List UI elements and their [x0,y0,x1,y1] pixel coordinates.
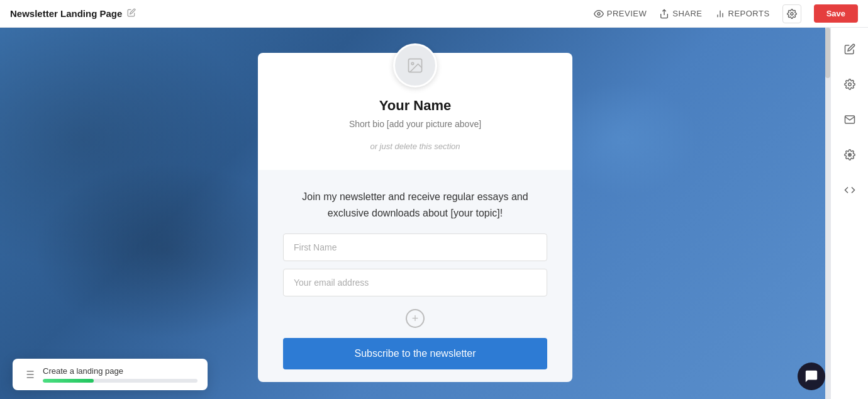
card-container: Your Name Short bio [add your picture ab… [258,53,572,382]
svg-point-10 [849,154,850,155]
canvas-area: Your Name Short bio [add your picture ab… [0,28,830,399]
sidebar-settings-icon[interactable] [838,73,861,96]
page-title: Newsletter Landing Page [10,8,122,19]
progress-content: Create a landing page [43,366,198,383]
svg-point-7 [411,62,414,65]
progress-bar-track [43,379,198,383]
right-sidebar [830,28,868,399]
sidebar-advanced-settings-icon[interactable] [838,143,861,166]
progress-list-icon [23,368,35,381]
sidebar-edit-icon[interactable] [838,38,861,60]
profile-card: Your Name Short bio [add your picture ab… [258,53,572,170]
progress-bar-fill [43,379,94,383]
edit-title-icon[interactable] [127,8,136,19]
chat-button[interactable] [798,362,825,390]
reports-button[interactable]: REPORTS [715,9,770,19]
profile-name: Your Name [283,98,547,114]
top-navbar: Newsletter Landing Page PREVIEW SHARE [0,0,868,28]
newsletter-description: Join my newsletter and receive regular e… [283,189,547,221]
subscribe-button[interactable]: Subscribe to the newsletter [283,338,547,369]
scroll-indicator [825,28,830,399]
navbar-right: PREVIEW SHARE REPORTS Save [594,4,858,23]
delete-note: or just delete this section [283,142,547,151]
progress-card: Create a landing page [13,359,208,390]
svg-point-0 [598,13,600,15]
settings-button[interactable] [782,4,801,23]
profile-bio: Short bio [add your picture above] [283,119,547,129]
sidebar-mail-icon[interactable] [838,108,861,131]
scroll-thumb[interactable] [825,28,830,78]
share-button[interactable]: SHARE [659,9,702,19]
preview-button[interactable]: PREVIEW [594,9,647,19]
navbar-left: Newsletter Landing Page [10,8,136,19]
svg-point-5 [791,13,793,15]
avatar[interactable] [393,43,437,87]
progress-label: Create a landing page [43,366,198,376]
newsletter-card: Join my newsletter and receive regular e… [258,170,572,382]
save-button[interactable]: Save [814,4,858,23]
add-field-button[interactable]: + [406,309,425,328]
email-input[interactable] [283,269,547,296]
sidebar-code-icon[interactable] [838,179,861,201]
svg-point-8 [848,83,851,86]
first-name-input[interactable] [283,233,547,261]
